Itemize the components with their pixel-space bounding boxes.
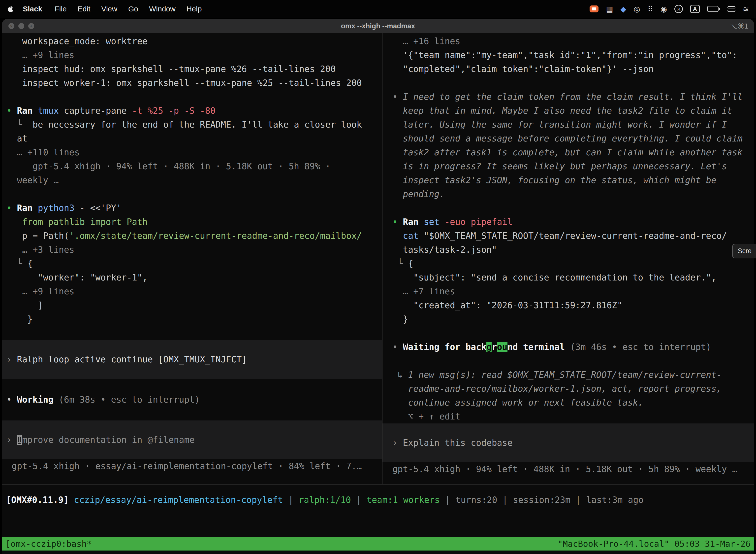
terminal-line: ] (2, 298, 382, 312)
terminal-line: gpt-5.4 xhigh · essay/ai-reimplementatio… (2, 459, 382, 473)
terminal-line: is in progress? It seems likely but perh… (382, 159, 754, 173)
menu-go[interactable]: Go (123, 5, 144, 13)
injected-prompt-row[interactable]: › Ralph loop active continue [OMX_TMUX_I… (2, 340, 382, 379)
window-title-bar[interactable]: × − + omx --xhigh --madmax ⌥⌘1 (2, 19, 754, 33)
terminal-line: should send a message before completing … (382, 131, 754, 146)
terminal-line: workspace_mode: worktree (2, 34, 382, 48)
screen-share-tooltip: Scre (732, 244, 756, 258)
terminal-line: weekly … (2, 173, 382, 187)
terminal-line (382, 76, 754, 90)
terminal-line: … +3 lines (2, 243, 382, 257)
terminal-line: pending. (382, 187, 754, 201)
terminal-line: "created_at": "2026-03-31T11:59:27.816Z" (382, 298, 754, 312)
terminal-line: readme-and-reco/mailbox/worker-1.json, a… (382, 382, 754, 396)
terminal-line: • Waiting for background terminal (3m 46… (382, 340, 754, 354)
terminal-line: at (2, 131, 382, 146)
record-circle-icon[interactable]: ◎ (634, 5, 640, 13)
terminal-line (382, 326, 754, 340)
terminal-body: workspace_mode: worktree … +9 lines insp… (2, 33, 754, 554)
terminal-line (2, 406, 382, 421)
prompt-suggestion-row[interactable]: › Explain this codebase (382, 424, 754, 462)
terminal-line: "worker": "worker-1", (2, 271, 382, 284)
terminal-window: × − + omx --xhigh --madmax ⌥⌘1 workspace… (2, 19, 754, 554)
tmux-status-bar: [omx-cczip0:bash* "MacBook-Pro-44.local"… (2, 537, 754, 551)
terminal-line (2, 379, 382, 393)
terminal-line: … +9 lines (2, 284, 382, 298)
terminal-line: cat "$OMX_TEAM_STATE_ROOT/team/review-cu… (382, 229, 754, 243)
terminal-line: '{"team_name":"my-team","task_id":"1","f… (382, 48, 754, 62)
menu-file[interactable]: File (49, 5, 72, 13)
menu-bar-status-icons: ▦◆◎⠿◉61A≋ (589, 5, 749, 13)
terminal-line: … +110 lines (2, 146, 382, 159)
battery-percentage-badge[interactable]: 61 (674, 5, 683, 13)
injected-prompt-row: › Ralph loop active continue [OMX_TMUX_I… (2, 352, 382, 366)
terminal-line: … +16 lines (382, 34, 754, 48)
terminal-line: tasks/task-2.json" (382, 243, 754, 257)
battery-icon[interactable] (707, 6, 720, 12)
menu-edit[interactable]: Edit (72, 5, 96, 13)
terminal-line: keep that in mind. Maybe I also need the… (382, 104, 754, 118)
apple-menu-icon[interactable] (7, 5, 15, 13)
terminal-line: ↳ 1 new msg(s): read $OMX_TEAM_STATE_ROO… (382, 368, 754, 382)
terminal-line: inspect_worker-1: omx sparkshell --tmux-… (2, 76, 382, 90)
bottom-pane: [OMX#0.11.9] cczip/essay/ai-reimplementa… (2, 485, 754, 554)
menu-window[interactable]: Window (144, 5, 181, 13)
screen-recording-icon[interactable] (589, 5, 598, 12)
terminal-line: gpt-5.4 xhigh · 94% left · 488K in · 5.1… (2, 159, 382, 173)
terminal-line: "subject": "send a concise recommendatio… (382, 271, 754, 284)
terminal-line: • Ran tmux capture-pane -t %25 -p -S -80 (2, 104, 382, 118)
terminal-line: "completed","claim_token":"claim-token"}… (382, 62, 754, 76)
window-shortcut-badge: ⌥⌘1 (730, 22, 754, 30)
terminal-line (2, 187, 382, 201)
terminal-line: from pathlib import Path (2, 215, 382, 229)
wifi-icon[interactable]: ≋ (743, 5, 749, 13)
terminal-line (2, 326, 382, 340)
terminal-pane-right[interactable]: … +16 lines '{"team_name":"my-team","tas… (382, 33, 754, 484)
prompt-input-row: › Improve documentation in @filename (2, 433, 382, 447)
terminal-line: } (382, 312, 754, 326)
raycast-icon[interactable]: ◆ (621, 5, 626, 13)
terminal-line: task2 after task1 is complete, but can I… (382, 146, 754, 159)
prompt-suggestion-row: › Explain this codebase (382, 436, 754, 450)
active-app-name[interactable]: Slack (22, 5, 47, 13)
tmux-host-clock-label: "MacBook-Pro-44.local" 05:03 31-Mar-26 (558, 539, 751, 549)
menu-bar-items: FileEditViewGoWindowHelp (49, 5, 207, 13)
tmux-session-label: [omx-cczip0:bash* (5, 539, 92, 549)
menu-help[interactable]: Help (181, 5, 207, 13)
window-title: omx --xhigh --madmax (2, 22, 754, 30)
terminal-line: • Working (6m 38s • esc to interrupt) (2, 393, 382, 406)
desktop: Slack FileEditViewGoWindowHelp ▦◆◎⠿◉61A≋… (0, 0, 756, 554)
terminal-line: continue assigned work or next feasible … (382, 396, 754, 409)
terminal-line: • Ran set -euo pipefail (382, 215, 754, 229)
macos-menu-bar: Slack FileEditViewGoWindowHelp ▦◆◎⠿◉61A≋ (0, 0, 756, 18)
terminal-line: inspect task2's JSON, focusing on the st… (382, 173, 754, 187)
terminal-pane-left[interactable]: workspace_mode: worktree … +9 lines insp… (2, 33, 382, 484)
terminal-line (2, 90, 382, 104)
terminal-line: p = Path('.omx/state/team/review-current… (2, 229, 382, 243)
terminal-line (382, 354, 754, 368)
terminal-line: └ { (382, 257, 754, 271)
omx-status-line: [OMX#0.11.9] cczip/essay/ai-reimplementa… (2, 493, 754, 507)
control-center-icon[interactable] (728, 6, 736, 12)
menu-bar-left: Slack FileEditViewGoWindowHelp (7, 5, 207, 13)
terminal-line: • Ran python3 - <<'PY' (2, 201, 382, 215)
terminal-line: } (2, 312, 382, 326)
terminal-line (382, 201, 754, 215)
prompt-input-row[interactable]: › Improve documentation in @filename (2, 421, 382, 459)
terminal-line: later. Using the same for transition mig… (382, 118, 754, 131)
display-icon[interactable]: ▦ (606, 5, 613, 13)
terminal-line: └ be necessary for the end of the README… (2, 118, 382, 131)
input-source-icon[interactable]: A (690, 5, 700, 13)
menu-extra-icon[interactable]: ◉ (660, 5, 667, 13)
terminal-line: └ { (2, 257, 382, 271)
terminal-line: … +7 lines (382, 284, 754, 298)
terminal-line: gpt-5.4 xhigh · 94% left · 488K in · 5.1… (382, 462, 754, 476)
terminal-line: inspect_hud: omx sparkshell --tmux-pane … (2, 62, 382, 76)
terminal-line: • I need to get the claim token from the… (382, 90, 754, 104)
tmux-panes: workspace_mode: worktree … +9 lines insp… (2, 33, 754, 484)
terminal-line: ⌥ + ↑ edit (382, 409, 754, 424)
app-grid-icon[interactable]: ⠿ (648, 5, 653, 13)
menu-view[interactable]: View (96, 5, 123, 13)
terminal-line: … +9 lines (2, 48, 382, 62)
